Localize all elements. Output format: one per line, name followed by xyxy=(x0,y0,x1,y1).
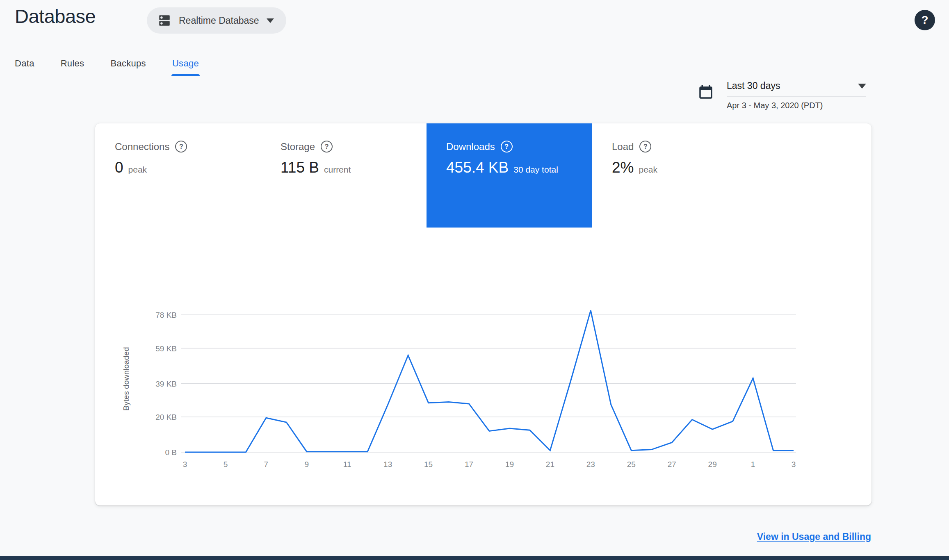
page-title: Database xyxy=(15,5,96,27)
tab-backups[interactable]: Backups xyxy=(110,51,146,76)
metric-unit: peak xyxy=(639,165,657,175)
tabs-divider xyxy=(14,76,935,76)
svg-text:3: 3 xyxy=(792,460,796,469)
metric-value: 115 B xyxy=(281,159,319,176)
metric-tab-storage[interactable]: Storage ? 115 B current xyxy=(261,123,427,228)
svg-text:59 KB: 59 KB xyxy=(155,344,177,353)
calendar-icon xyxy=(697,84,714,101)
bottom-bar xyxy=(0,556,949,560)
usage-card: Connections ? 0 peak Storage ? 115 B cur… xyxy=(95,123,871,505)
date-range-dropdown[interactable]: Last 30 days xyxy=(727,80,866,97)
bytes-downloaded-line-chart: 0 B20 KB39 KB59 KB78 KB35791113151719212… xyxy=(120,295,827,477)
date-range-detail: Apr 3 - May 3, 2020 (PDT) xyxy=(727,101,823,110)
svg-text:21: 21 xyxy=(546,460,554,469)
dropdown-arrow-icon xyxy=(858,84,866,89)
question-mark-icon: ? xyxy=(921,14,928,27)
svg-text:78 KB: 78 KB xyxy=(155,311,177,319)
svg-text:39 KB: 39 KB xyxy=(155,380,177,388)
metric-unit: current xyxy=(324,165,351,175)
svg-text:19: 19 xyxy=(505,460,514,469)
view-usage-billing-link[interactable]: View in Usage and Billing xyxy=(757,531,871,542)
svg-text:1: 1 xyxy=(751,460,755,469)
tab-usage[interactable]: Usage xyxy=(172,51,199,76)
metric-label: Downloads xyxy=(446,141,495,153)
svg-text:9: 9 xyxy=(305,460,309,469)
chevron-down-icon xyxy=(267,18,274,23)
metric-unit: 30 day total xyxy=(513,165,558,175)
help-circle-icon[interactable]: ? xyxy=(175,141,187,153)
metric-tab-connections[interactable]: Connections ? 0 peak xyxy=(95,123,261,228)
metric-label: Storage xyxy=(281,141,315,153)
firebase-database-usage-page: Database Realtime Database ? Data Rules … xyxy=(0,0,949,560)
svg-text:Bytes downloaded: Bytes downloaded xyxy=(122,347,130,410)
help-circle-icon[interactable]: ? xyxy=(639,141,651,153)
tab-data[interactable]: Data xyxy=(15,51,34,76)
svg-text:29: 29 xyxy=(708,460,717,469)
metric-tabs: Connections ? 0 peak Storage ? 115 B cur… xyxy=(95,123,758,228)
database-icon xyxy=(157,14,171,27)
date-range-label: Last 30 days xyxy=(727,80,780,91)
metric-tab-downloads[interactable]: Downloads ? 455.4 KB 30 day total xyxy=(427,123,592,228)
help-button[interactable]: ? xyxy=(915,10,935,30)
svg-text:0 B: 0 B xyxy=(165,448,177,457)
metric-label: Connections xyxy=(115,141,169,153)
svg-text:17: 17 xyxy=(465,460,473,469)
database-selector-label: Realtime Database xyxy=(179,15,259,26)
help-circle-icon[interactable]: ? xyxy=(501,141,513,153)
metric-value: 2% xyxy=(612,159,634,176)
metric-unit: peak xyxy=(128,165,147,175)
svg-text:27: 27 xyxy=(668,460,676,469)
metric-value: 0 xyxy=(115,159,123,176)
svg-text:3: 3 xyxy=(183,460,187,469)
nav-tabs: Data Rules Backups Usage xyxy=(15,51,199,76)
metric-value: 455.4 KB xyxy=(446,159,509,176)
svg-text:25: 25 xyxy=(627,460,636,469)
database-selector-dropdown[interactable]: Realtime Database xyxy=(147,7,286,34)
svg-text:15: 15 xyxy=(424,460,433,469)
svg-text:23: 23 xyxy=(586,460,595,469)
svg-text:13: 13 xyxy=(383,460,392,469)
tab-rules[interactable]: Rules xyxy=(61,51,84,76)
help-circle-icon[interactable]: ? xyxy=(321,141,333,153)
metric-label: Load xyxy=(612,141,634,153)
metric-tab-load[interactable]: Load ? 2% peak xyxy=(592,123,758,228)
svg-text:20 KB: 20 KB xyxy=(155,413,177,421)
svg-text:5: 5 xyxy=(224,460,228,469)
svg-text:11: 11 xyxy=(343,460,351,469)
svg-text:7: 7 xyxy=(264,460,269,469)
